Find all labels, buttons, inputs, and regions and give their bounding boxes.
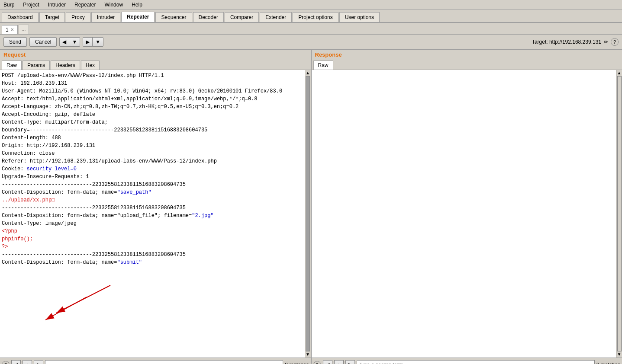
scroll-down-arrow[interactable]: ▼ [306, 352, 310, 357]
main-content: Request Raw Params Headers Hex POST /upl… [0, 50, 622, 358]
bottom-search-bar: ? ◀ + ▶ 0 matches ? ◀ + ▶ 0 matches [0, 358, 622, 364]
request-inner-tabs: Raw Params Headers Hex [0, 60, 311, 70]
request-line: ?> [2, 243, 303, 251]
request-search-input[interactable] [45, 360, 283, 364]
request-label: Request [0, 50, 311, 60]
request-line: Accept-Encoding: gzip, deflate [2, 111, 303, 118]
request-line: phpinfo(); [2, 235, 303, 243]
tab-decoder[interactable]: Decoder [193, 12, 224, 22]
svg-line-2 [45, 297, 87, 320]
request-line: Cookie: security_level=0 [2, 165, 303, 173]
tab-user-options[interactable]: User options [339, 12, 380, 22]
request-line: User-Agent: Mozilla/5.0 (Windows NT 10.0… [2, 87, 303, 95]
cancel-button[interactable]: Cancel [29, 37, 57, 47]
resp-search-fwd[interactable]: ▶ [345, 360, 355, 364]
menu-repeater[interactable]: Repeater [73, 1, 97, 9]
scroll-up-arrow[interactable]: ▲ [306, 71, 310, 75]
target-label: Target: http://192.168.239.131 [532, 39, 601, 45]
tab-repeater[interactable]: Repeater [121, 12, 155, 22]
request-line: Upgrade-Insecure-Requests: 1 [2, 173, 303, 181]
request-line: Content-Disposition: form-data; name="up… [2, 212, 303, 220]
response-search-section: ? ◀ + ▶ 0 matches [312, 358, 622, 364]
scroll-thumb[interactable] [306, 76, 310, 351]
request-line: -----------------------------22332558123… [2, 251, 303, 259]
tab-dashboard[interactable]: Dashboard [2, 12, 39, 22]
request-content[interactable]: POST /upload-labs-env/WWW/Pass-12/index.… [0, 70, 305, 358]
request-line: Connection: close [2, 150, 303, 157]
req-search-add[interactable]: + [23, 360, 32, 364]
request-line: <?php [2, 227, 303, 235]
tab-raw[interactable]: Raw [2, 61, 22, 70]
svg-line-1 [56, 285, 110, 313]
resp-search-back[interactable]: ◀ [323, 360, 332, 364]
request-scrollbar[interactable]: ▲ ▼ [305, 70, 311, 358]
request-line: Content-Type: multipart/form-data; [2, 118, 303, 126]
back-nav-group: ◀ ▼ [59, 37, 80, 47]
response-inner-tabs: Raw [312, 60, 622, 70]
resp-search-add[interactable]: + [334, 360, 344, 364]
response-content-wrapper: ▲ ▼ [312, 70, 622, 358]
request-line: Referer: http://192.168.239.131/upload-l… [2, 157, 303, 165]
tab-sequencer[interactable]: Sequencer [155, 12, 192, 22]
response-matches: 0 matches [596, 362, 620, 364]
request-line: POST /upload-labs-env/WWW/Pass-12/index.… [2, 72, 303, 80]
tab-extender[interactable]: Extender [260, 12, 292, 22]
request-line: Accept-Language: zh-CN,zh;q=0.8,zh-TW;q=… [2, 103, 303, 111]
request-tabs: 1 ✕ ... [0, 23, 622, 35]
resp-scroll-down-arrow[interactable]: ▼ [617, 352, 622, 357]
resp-scroll-up-arrow[interactable]: ▲ [617, 71, 622, 75]
request-panel: Request Raw Params Headers Hex POST /upl… [0, 50, 312, 358]
toolbar: Send Cancel ◀ ▼ ▶ ▼ Target: http://192.1… [0, 35, 622, 50]
req-search-back[interactable]: ◀ [11, 360, 21, 364]
tab-bar: Dashboard Target Proxy Intruder Repeater… [0, 10, 622, 23]
request-line: -----------------------------22332558123… [2, 181, 303, 188]
menu-bar: Burp Project Intruder Repeater Window He… [0, 0, 622, 10]
tab-proxy[interactable]: Proxy [66, 12, 90, 22]
response-panel: Response Raw ▲ ▼ [312, 50, 622, 358]
forward-button[interactable]: ▶ [83, 37, 93, 47]
request-line: Host: 192.168.239.131 [2, 80, 303, 87]
response-content[interactable] [312, 70, 616, 358]
help-icon[interactable]: ? [611, 38, 619, 46]
back-dropdown-button[interactable]: ▼ [69, 37, 80, 47]
request-search-help[interactable]: ? [2, 361, 10, 364]
request-line: ../upload/xx.php□ [2, 196, 303, 204]
fwd-dropdown-button[interactable]: ▼ [92, 37, 103, 47]
request-line: -----------------------------22332558123… [2, 204, 303, 212]
tab-hex[interactable]: Hex [81, 61, 100, 70]
menu-help[interactable]: Help [130, 1, 144, 9]
request-line: Content-Disposition: form-data; name="sa… [2, 188, 303, 196]
request-line: Content-Length: 488 [2, 134, 303, 142]
request-line: Origin: http://192.168.239.131 [2, 142, 303, 150]
response-search-input[interactable] [357, 360, 595, 364]
fwd-nav-group: ▶ ▼ [83, 37, 103, 47]
send-button[interactable]: Send [3, 37, 27, 47]
req-tab-more[interactable]: ... [19, 25, 29, 34]
menu-project[interactable]: Project [21, 1, 41, 9]
req-search-fwd[interactable]: ▶ [34, 360, 43, 364]
menu-burp[interactable]: Burp [2, 1, 16, 9]
back-button[interactable]: ◀ [59, 37, 69, 47]
request-line: boundary=---------------------------2233… [2, 126, 303, 134]
tab-intruder[interactable]: Intruder [91, 12, 120, 22]
request-line: Content-Disposition: form-data; name="su… [2, 259, 303, 266]
request-line: Accept: text/html,application/xhtml+xml,… [2, 95, 303, 103]
menu-intruder[interactable]: Intruder [46, 1, 68, 9]
tab-params[interactable]: Params [23, 61, 50, 70]
tab-comparer[interactable]: Comparer [225, 12, 259, 22]
response-label: Response [312, 50, 622, 60]
req-tab-1[interactable]: 1 ✕ [2, 25, 18, 34]
request-search-section: ? ◀ + ▶ 0 matches [0, 358, 312, 364]
request-line: Content-Type: image/jpeg [2, 220, 303, 227]
req-tab-label: 1 [6, 27, 9, 33]
close-icon[interactable]: ✕ [10, 27, 14, 32]
menu-window[interactable]: Window [103, 1, 125, 9]
response-search-help[interactable]: ? [313, 361, 321, 364]
response-tab-raw[interactable]: Raw [313, 61, 333, 70]
edit-icon[interactable]: ✏ [604, 39, 608, 45]
response-scrollbar[interactable]: ▲ ▼ [616, 70, 622, 358]
target-info: Target: http://192.168.239.131 ✏ ? [532, 38, 619, 46]
tab-target[interactable]: Target [39, 12, 65, 22]
tab-project-options[interactable]: Project options [293, 12, 338, 22]
tab-headers[interactable]: Headers [51, 61, 80, 70]
